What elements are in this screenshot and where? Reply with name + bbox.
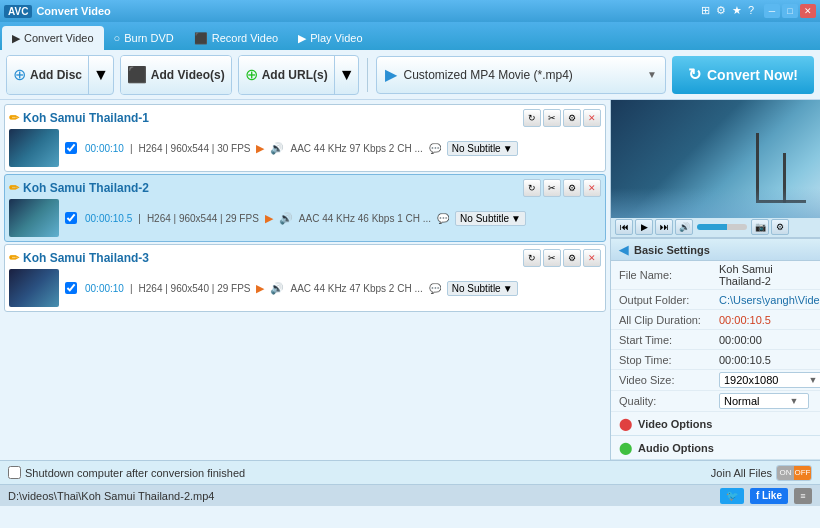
add-disc-icon: ⊕ [13,65,26,84]
preview-vol-btn[interactable]: 🔊 [675,219,693,235]
file-item-1-info: 00:00:10 | H264 | 960x544 | 30 FPS ▶ 🔊 A… [9,129,601,167]
quality-arrow: ▼ [789,396,798,406]
output-folder-value[interactable]: C:\Users\yangh\Videos... [719,294,820,306]
preview-snap-btn[interactable]: 📷 [751,219,769,235]
twitter-button[interactable]: 🐦 [720,488,744,504]
join-files: Join All Files ON OFF [711,465,812,481]
file-item-3-actions: ↻ ✂ ⚙ ✕ [523,249,601,267]
refresh-btn-2[interactable]: ↻ [523,179,541,197]
toggle-switch[interactable]: ON OFF [776,465,812,481]
file-item-2-header: ✏ Koh Samui Thailand-2 ↻ ✂ ⚙ ✕ [9,179,601,197]
close-btn-1[interactable]: ✕ [583,109,601,127]
preview-water [611,188,820,218]
settings-btn-1[interactable]: ⚙ [563,109,581,127]
file-thumb-1 [9,129,59,167]
tab-convert-label: Convert Video [24,32,94,44]
minimize-button[interactable]: ─ [764,4,780,18]
file-codec-detail-3: H264 | 960x540 | 29 FPS [139,283,251,294]
preview-settings-btn[interactable]: ⚙ [771,219,789,235]
subtitle-btn-2[interactable]: No Subtitle ▼ [455,211,526,226]
subtitle-btn-3[interactable]: No Subtitle ▼ [447,281,518,296]
close-button[interactable]: ✕ [800,4,816,18]
audio-icon-3: 🔊 [270,282,284,295]
video-options-row[interactable]: ⬤ Video Options [611,412,820,436]
title-bar-controls: ⊞ ⚙ ★ ? ─ □ ✕ [701,4,816,18]
add-disc-button[interactable]: ⊕ Add Disc [7,56,88,94]
stop-time-value: 00:00:10.5 [719,354,771,366]
add-url-button[interactable]: ⊕ Add URL(s) [239,56,334,94]
shutdown-label: Shutdown computer after conversion finis… [25,467,245,479]
refresh-btn-3[interactable]: ↻ [523,249,541,267]
facebook-button[interactable]: f Like [750,488,788,504]
add-video-button[interactable]: ⬛ Add Video(s) [121,56,231,94]
audio-options-icon: ⬤ [619,441,632,455]
status-right: 🐦 f Like ≡ [720,488,812,504]
maximize-button[interactable]: □ [782,4,798,18]
tab-play[interactable]: ▶ Play Video [288,26,372,50]
format-icon: ▶ [385,65,397,84]
file-item-3-info: 00:00:10 | H264 | 960x540 | 29 FPS ▶ 🔊 A… [9,269,601,307]
arrow-icon-2: ▶ [265,212,273,225]
preview-video [611,100,820,218]
tab-record[interactable]: ⬛ Record Video [184,26,288,50]
close-btn-2[interactable]: ✕ [583,179,601,197]
speech-icon-1: 💬 [429,143,441,154]
video-options-label: Video Options [638,418,712,430]
preview-play-btn[interactable]: ▶ [635,219,653,235]
settings-row-video-size: Video Size: 1920x1080 ▼ ⚙ [611,370,820,391]
tab-burn[interactable]: ○ Burn DVD [104,26,184,50]
menu-button[interactable]: ≡ [794,488,812,504]
tab-convert-icon: ▶ [12,32,20,45]
file-check-1[interactable] [65,142,77,154]
cut-btn-1[interactable]: ✂ [543,109,561,127]
preview-controls: ⏮ ▶ ⏭ 🔊 📷 ⚙ [611,218,820,238]
subtitle-arrow-3: ▼ [503,283,513,294]
clip-duration-label: All Clip Duration: [619,314,719,326]
main-area: ✏ Koh Samui Thailand-1 ↻ ✂ ⚙ ✕ 00:00:10 … [0,100,820,460]
volume-slider[interactable] [697,224,747,230]
file-duration-2: 00:00:10.5 [85,213,132,224]
preview-next-btn[interactable]: ⏭ [655,219,673,235]
format-select[interactable]: ▶ Customized MP4 Movie (*.mp4) ▼ [376,56,666,94]
status-bar: D:\videos\Thai\Koh Samui Thailand-2.mp4 … [0,484,820,506]
add-disc-arrow[interactable]: ▼ [88,56,113,94]
file-audio-2: AAC 44 KHz 46 Kbps 1 CH ... [299,213,431,224]
add-url-arrow[interactable]: ▼ [334,56,359,94]
add-video-label: Add Video(s) [151,68,225,82]
speech-icon-2: 💬 [437,213,449,224]
convert-now-button[interactable]: ↻ Convert Now! [672,56,814,94]
close-btn-3[interactable]: ✕ [583,249,601,267]
video-size-select[interactable]: 1920x1080 ▼ [719,372,820,388]
add-url-label: Add URL(s) [262,68,328,82]
file-name-1: Koh Samui Thailand-1 [23,111,149,125]
subtitle-arrow-2: ▼ [511,213,521,224]
settings-row-output: Output Folder: C:\Users\yangh\Videos... [611,290,820,310]
shutdown-checkbox[interactable] [8,466,21,479]
cut-btn-2[interactable]: ✂ [543,179,561,197]
settings-row-start-time: Start Time: 00:00:00 [611,330,820,350]
audio-options-row[interactable]: ⬤ Audio Options [611,436,820,460]
tab-burn-icon: ○ [114,32,121,44]
file-duration-3: 00:00:10 [85,283,124,294]
settings-header-label: Basic Settings [634,244,710,256]
tab-convert[interactable]: ▶ Convert Video [2,26,104,50]
cut-btn-3[interactable]: ✂ [543,249,561,267]
file-item-1-actions: ↻ ✂ ⚙ ✕ [523,109,601,127]
file-name-label: File Name: [619,269,719,281]
subtitle-label-1: No Subtitle [452,143,501,154]
file-codec-2: | [138,213,141,224]
refresh-btn-1[interactable]: ↻ [523,109,541,127]
subtitle-btn-1[interactable]: No Subtitle ▼ [447,141,518,156]
settings-btn-2[interactable]: ⚙ [563,179,581,197]
preview-prev-btn[interactable]: ⏮ [615,219,633,235]
toolbar-separator [367,58,368,92]
arrow-icon-3: ▶ [256,282,264,295]
file-check-3[interactable] [65,282,77,294]
file-check-2[interactable] [65,212,77,224]
quality-select[interactable]: Normal ▼ [719,393,809,409]
settings-btn-3[interactable]: ⚙ [563,249,581,267]
video-size-arrow: ▼ [808,375,817,385]
settings-header-icon: ◀ [619,243,628,257]
tab-bar: ▶ Convert Video ○ Burn DVD ⬛ Record Vide… [0,22,820,50]
start-time-label: Start Time: [619,334,719,346]
